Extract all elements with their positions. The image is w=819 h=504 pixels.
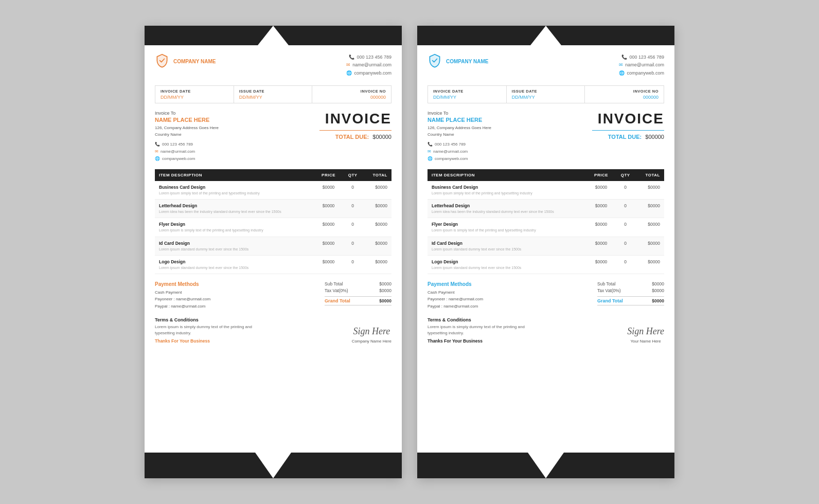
item-qty: 0 (615, 200, 636, 218)
page-wrapper: COMPANY NAME 📞 000 123 456 789 ✉ name@ur… (10, 10, 809, 494)
tax-row-orange: Tax Vat(0%) $0000 (325, 288, 391, 293)
item-price: $0000 (315, 200, 342, 218)
date-row-blue: INVOICE DATE DD/MM/YY ISSUE DATE DD/MM/Y… (428, 85, 664, 103)
item-total: $0000 (636, 237, 664, 255)
payment-title-blue: Payment Methods (428, 281, 483, 287)
table-row: Flyer DesignLorem ipsum is simply text o… (428, 218, 664, 237)
payment-section-orange: Payment Methods Cash Payment Payoneer : … (155, 281, 391, 310)
item-qty: 0 (342, 237, 364, 255)
invoice-card-blue: COMPANY NAME 📞 000 123 456 789 ✉ name@ur… (417, 26, 674, 478)
invoice-no-cell-blue: INVOICE NO 000000 (585, 86, 664, 103)
invoice-to-address-orange: 126, Company Address Goes Here Country N… (155, 125, 319, 138)
sign-here-orange: Sign Here (352, 326, 391, 337)
to-email-blue: ✉ name@urmail.com (428, 148, 592, 155)
invoice-table-blue: ITEM DESCRIPTION PRICE QTY TOTAL Busines… (428, 169, 664, 274)
issue-date-label-orange: ISSUE DATE (239, 89, 307, 94)
phone-icon-blue: 📞 (621, 53, 627, 61)
divider-blue (592, 130, 664, 131)
footer-tri-center-b (528, 453, 564, 478)
item-name: Business Card Design (159, 185, 311, 190)
invoice-to-name-orange: NAME PLACE HERE (155, 117, 319, 123)
grand-total-row-blue: Grand Total $0000 (597, 296, 664, 305)
item-qty: 0 (342, 200, 364, 218)
th-desc-blue: ITEM DESCRIPTION (428, 169, 587, 181)
invoice-to-section-blue: Invoice To NAME PLACE HERE 126, Company … (428, 111, 664, 162)
invoice-card-orange: COMPANY NAME 📞 000 123 456 789 ✉ name@ur… (145, 26, 402, 478)
item-price: $0000 (587, 218, 615, 237)
contact-email-blue: name@urmail.com (625, 61, 664, 69)
sign-area-orange: Sign Here Company Name Here (352, 326, 391, 344)
th-price-blue: PRICE (587, 169, 615, 181)
table-row: Business Card DesignLorem ipsum simply t… (155, 181, 391, 200)
terms-text-orange: Lorem ipsum is simply dummy text of the … (155, 324, 258, 336)
company-header-orange: COMPANY NAME 📞 000 123 456 789 ✉ name@ur… (155, 53, 391, 77)
invoice-to-address-blue: 126, Company Address Goes Here Country N… (428, 125, 592, 138)
item-total: $0000 (636, 181, 664, 200)
item-desc: Lorem idea has been the industry standar… (159, 209, 311, 214)
invoice-right-orange: INVOICE TOTAL DUE: $00000 (319, 111, 391, 162)
invoice-no-label-blue: INVOICE NO (590, 89, 658, 94)
footer-bottom-blue (417, 453, 674, 478)
item-total: $0000 (363, 237, 391, 255)
total-due-blue: TOTAL DUE: $00000 (608, 134, 664, 140)
invoice-to-label-orange: Invoice To (155, 111, 319, 116)
invoice-title-orange: INVOICE (325, 111, 391, 127)
item-price: $0000 (315, 181, 342, 200)
th-qty-orange: QTY (342, 169, 364, 181)
item-price: $0000 (315, 237, 342, 255)
th-price-orange: PRICE (315, 169, 342, 181)
th-total-blue: TOTAL (636, 169, 664, 181)
tri-center-blue (530, 26, 561, 45)
contact-web-blue: companyweb.com (627, 69, 664, 77)
payment-method-3-orange: Paypal : name@urmail.com (155, 303, 210, 310)
th-desc-orange: ITEM DESCRIPTION (155, 169, 315, 181)
invoice-date-label-blue: INVOICE DATE (433, 89, 501, 94)
email-icon-blue: ✉ (619, 61, 623, 69)
terms-section-orange: Terms & Conditions Lorem ipsum is simply… (155, 317, 391, 344)
terms-left-orange: Terms & Conditions Lorem ipsum is simply… (155, 317, 258, 344)
invoice-no-value-blue: 000000 (590, 95, 658, 100)
company-bold-blue: COMPANY NAME (446, 59, 488, 64)
total-due-orange: TOTAL DUE: $00000 (335, 134, 391, 140)
issue-date-value-orange: DD/MM/YY (239, 95, 307, 100)
item-desc: Lorem ipsum standard dummy text ever sin… (159, 247, 311, 251)
to-web-blue: 🌐 companyweb.com (428, 155, 592, 163)
invoice-no-label-orange: INVOICE NO (317, 89, 386, 94)
email-icon-orange: ✉ (346, 61, 350, 69)
payment-method-2-blue: Payoneer : name@urmail.com (428, 296, 483, 303)
item-price: $0000 (587, 200, 615, 218)
issue-date-cell-blue: ISSUE DATE DD/MM/YY (507, 86, 585, 103)
sign-name-orange: Company Name Here (352, 339, 391, 344)
item-qty: 0 (342, 181, 364, 200)
table-row: Letterhead DesignLorem idea has been the… (428, 200, 664, 218)
payment-method-1-orange: Cash Payment (155, 289, 210, 296)
tri-center-orange (258, 26, 289, 45)
invoice-to-left-blue: Invoice To NAME PLACE HERE 126, Company … (428, 111, 592, 162)
item-desc: Lorem ipsum is simply text of the printi… (159, 228, 311, 232)
invoice-no-cell-orange: INVOICE NO 000000 (312, 86, 391, 103)
issue-date-label-blue: ISSUE DATE (512, 89, 580, 94)
table-row: Id Card DesignLorem ipsum standard dummy… (155, 237, 391, 255)
invoice-to-label-blue: Invoice To (428, 111, 592, 116)
item-name: Letterhead Design (432, 203, 583, 208)
table-row: Letterhead DesignLorem idea has been the… (155, 200, 391, 218)
invoice-to-contact-orange: 📞 000 123 456 789 ✉ name@urmail.com 🌐 co… (155, 141, 319, 162)
item-desc: Lorem ipsum is simply text of the printi… (432, 228, 583, 232)
item-desc: Lorem ipsum simply text of the printing … (159, 191, 311, 195)
contact-phone-blue: 000 123 456 789 (629, 53, 664, 61)
invoice-content-blue: COMPANY NAME 📞 000 123 456 789 ✉ name@ur… (417, 45, 674, 453)
header-top-blue (417, 26, 674, 45)
sign-area-blue: Sign Here Your Name Here (627, 326, 664, 344)
item-price: $0000 (315, 255, 342, 274)
to-web-orange: 🌐 companyweb.com (155, 155, 319, 163)
invoice-to-left-orange: Invoice To NAME PLACE HERE 126, Company … (155, 111, 319, 162)
to-phone-orange: 📞 000 123 456 789 (155, 141, 319, 148)
invoice-date-value-blue: DD/MM/YY (433, 95, 501, 100)
contact-phone-line-blue: 📞 000 123 456 789 (619, 53, 664, 61)
item-desc: Lorem idea has been the industry standar… (432, 209, 583, 214)
table-row: Logo DesignLorem ipsum standard dummy te… (428, 255, 664, 274)
footer-tri-center-o (255, 453, 291, 478)
table-row: Id Card DesignLorem ipsum standard dummy… (428, 237, 664, 255)
invoice-content-orange: COMPANY NAME 📞 000 123 456 789 ✉ name@ur… (145, 45, 402, 453)
invoice-no-value-orange: 000000 (317, 95, 386, 100)
